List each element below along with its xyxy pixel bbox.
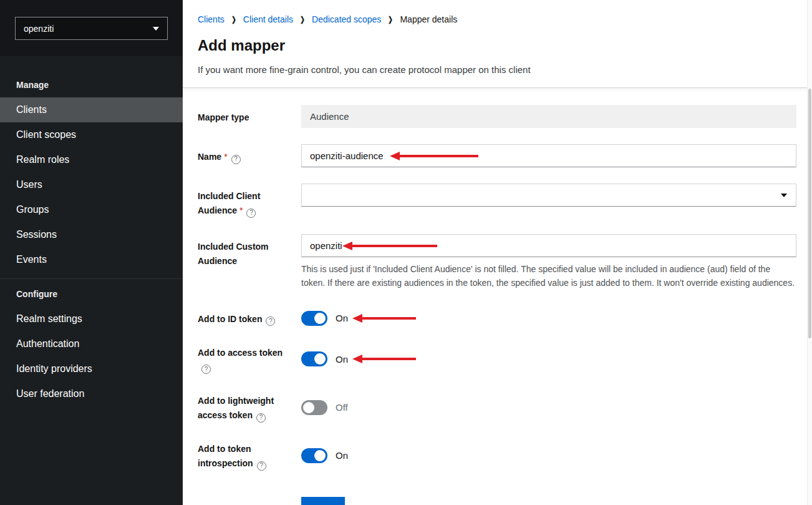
mapper-form: Mapper type Name*? Included Client Audie… bbox=[183, 88, 812, 505]
add-to-access-token-toggle[interactable] bbox=[301, 351, 327, 366]
sidebar-item-realm-roles[interactable]: Realm roles bbox=[0, 147, 183, 172]
sidebar-item-events[interactable]: Events bbox=[0, 247, 183, 272]
annotation-arrow bbox=[352, 355, 416, 363]
help-icon[interactable]: ? bbox=[231, 155, 241, 164]
help-icon[interactable]: ? bbox=[201, 365, 211, 374]
mapper-type-field bbox=[301, 105, 796, 128]
breadcrumb-client-details[interactable]: Client details bbox=[243, 14, 293, 24]
breadcrumb-clients[interactable]: Clients bbox=[198, 14, 225, 24]
form-row-add-to-id-token: Add to ID token? On bbox=[198, 310, 796, 326]
breadcrumb-separator-icon: ❯ bbox=[300, 15, 305, 24]
required-asterisk: * bbox=[224, 152, 227, 162]
main-content: Clients ❯ Client details ❯ Dedicated sco… bbox=[183, 0, 812, 505]
sidebar-header: openziti bbox=[0, 0, 183, 56]
sidebar-item-user-federation[interactable]: User federation bbox=[0, 381, 183, 406]
included-custom-audience-input[interactable] bbox=[301, 234, 796, 257]
help-icon[interactable]: ? bbox=[266, 316, 275, 326]
form-row-name: Name*? bbox=[198, 144, 796, 167]
sidebar-item-client-scopes[interactable]: Client scopes bbox=[0, 122, 183, 147]
toggle-state-label: On bbox=[336, 354, 348, 365]
sidebar-item-realm-settings[interactable]: Realm settings bbox=[0, 306, 183, 331]
mapper-type-label: Mapper type bbox=[198, 112, 249, 122]
add-to-id-token-label: Add to ID token bbox=[198, 314, 262, 324]
required-asterisk: * bbox=[239, 205, 243, 215]
chevron-down-icon bbox=[781, 194, 787, 197]
toggle-state-label: Off bbox=[336, 402, 348, 413]
breadcrumb-separator-icon: ❯ bbox=[389, 15, 394, 24]
breadcrumb-dedicated-scopes[interactable]: Dedicated scopes bbox=[312, 14, 381, 24]
included-custom-audience-helper: This is used just if 'Included Client Au… bbox=[301, 263, 796, 290]
sidebar-item-sessions[interactable]: Sessions bbox=[0, 222, 183, 247]
scrollbar bbox=[807, 0, 812, 505]
add-to-id-token-toggle[interactable] bbox=[301, 311, 327, 326]
help-icon[interactable]: ? bbox=[256, 413, 266, 423]
annotation-arrow bbox=[352, 314, 416, 323]
sidebar-nav: Manage Clients Client scopes Realm roles… bbox=[0, 70, 183, 406]
included-client-audience-select[interactable] bbox=[301, 184, 796, 207]
save-button[interactable]: Save bbox=[301, 497, 345, 505]
sidebar-item-clients[interactable]: Clients bbox=[0, 97, 183, 122]
sidebar-item-groups[interactable]: Groups bbox=[0, 197, 183, 222]
form-row-mapper-type: Mapper type bbox=[198, 105, 796, 128]
chevron-down-icon bbox=[153, 27, 159, 31]
form-row-included-client-audience: Included Client Audience*? bbox=[198, 184, 796, 218]
page-header: Clients ❯ Client details ❯ Dedicated sco… bbox=[183, 0, 812, 88]
breadcrumb: Clients ❯ Client details ❯ Dedicated sco… bbox=[198, 14, 796, 24]
help-icon[interactable]: ? bbox=[246, 208, 256, 218]
add-to-lightweight-access-token-toggle[interactable] bbox=[301, 400, 327, 415]
form-row-included-custom-audience: Included Custom Audience This is used ju… bbox=[198, 234, 796, 290]
sidebar-item-users[interactable]: Users bbox=[0, 172, 183, 197]
name-label: Name bbox=[198, 152, 221, 162]
nav-group-configure: Configure bbox=[0, 279, 183, 306]
page-subtitle: If you want more fine-grain control, you… bbox=[198, 64, 796, 75]
name-input[interactable] bbox=[301, 144, 796, 167]
breadcrumb-mapper-details: Mapper details bbox=[400, 14, 457, 24]
form-row-add-to-access-token: Add to access token? On bbox=[198, 344, 796, 375]
nav-group-manage: Manage bbox=[0, 70, 183, 97]
add-to-token-introspection-label: Add to token introspection bbox=[198, 444, 253, 468]
help-icon[interactable]: ? bbox=[257, 461, 266, 471]
add-to-token-introspection-toggle[interactable] bbox=[301, 448, 327, 463]
toggle-state-label: On bbox=[336, 450, 348, 461]
page-title: Add mapper bbox=[198, 37, 796, 54]
toggle-state-label: On bbox=[336, 313, 348, 323]
add-to-access-token-label: Add to access token bbox=[198, 348, 283, 358]
included-custom-audience-label: Included Custom Audience bbox=[198, 242, 269, 266]
sidebar-item-identity-providers[interactable]: Identity providers bbox=[0, 356, 183, 381]
sidebar-item-authentication[interactable]: Authentication bbox=[0, 331, 183, 356]
form-actions: Save Cancel bbox=[301, 497, 796, 505]
breadcrumb-separator-icon: ❯ bbox=[231, 15, 236, 24]
realm-selector-label: openziti bbox=[24, 24, 54, 34]
form-row-add-to-lightweight-access-token: Add to lightweight access token? Off bbox=[198, 392, 796, 423]
scrollbar-thumb[interactable] bbox=[808, 89, 811, 338]
sidebar: openziti Manage Clients Client scopes Re… bbox=[0, 0, 183, 505]
realm-selector[interactable]: openziti bbox=[15, 17, 168, 40]
form-row-add-to-token-introspection: Add to token introspection? On bbox=[198, 440, 796, 471]
